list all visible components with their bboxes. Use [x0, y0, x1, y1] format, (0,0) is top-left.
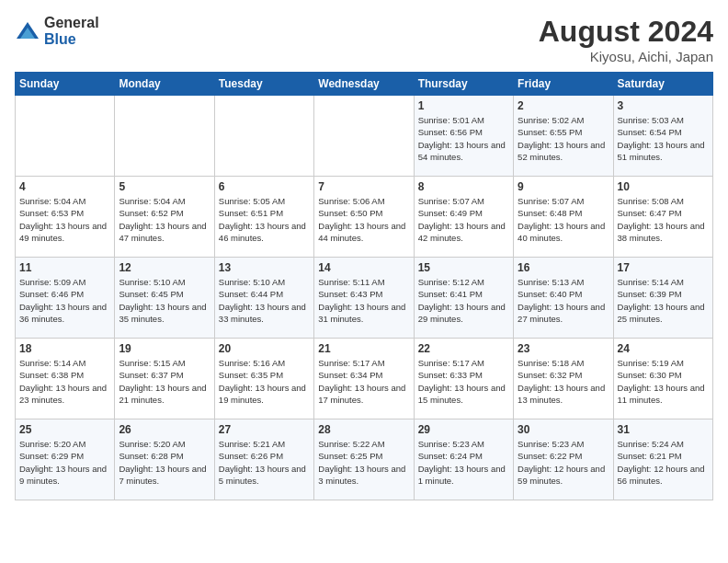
- day-info: Sunrise: 5:08 AM Sunset: 6:47 PM Dayligh…: [618, 195, 709, 244]
- day-info: Sunrise: 5:14 AM Sunset: 6:38 PM Dayligh…: [19, 357, 110, 406]
- calendar-cell: 9Sunrise: 5:07 AM Sunset: 6:48 PM Daylig…: [514, 177, 613, 258]
- title-block: August 2024 Kiyosu, Aichi, Japan: [539, 15, 713, 64]
- day-info: Sunrise: 5:17 AM Sunset: 6:34 PM Dayligh…: [318, 357, 409, 406]
- calendar-cell: 21Sunrise: 5:17 AM Sunset: 6:34 PM Dayli…: [314, 339, 414, 419]
- day-info: Sunrise: 5:11 AM Sunset: 6:43 PM Dayligh…: [318, 276, 409, 325]
- week-row-1: 1Sunrise: 5:01 AM Sunset: 6:56 PM Daylig…: [16, 96, 713, 177]
- day-info: Sunrise: 5:05 AM Sunset: 6:51 PM Dayligh…: [219, 195, 310, 244]
- day-info: Sunrise: 5:24 AM Sunset: 6:21 PM Dayligh…: [618, 438, 709, 487]
- week-row-3: 11Sunrise: 5:09 AM Sunset: 6:46 PM Dayli…: [16, 258, 713, 339]
- day-number: 5: [119, 180, 210, 193]
- calendar-cell: 2Sunrise: 5:02 AM Sunset: 6:55 PM Daylig…: [514, 96, 613, 177]
- day-info: Sunrise: 5:18 AM Sunset: 6:32 PM Dayligh…: [518, 357, 609, 406]
- calendar-cell: 27Sunrise: 5:21 AM Sunset: 6:26 PM Dayli…: [214, 419, 313, 500]
- day-info: Sunrise: 5:20 AM Sunset: 6:29 PM Dayligh…: [19, 438, 110, 487]
- calendar-cell: 26Sunrise: 5:20 AM Sunset: 6:28 PM Dayli…: [115, 419, 214, 500]
- calendar-cell: 31Sunrise: 5:24 AM Sunset: 6:21 PM Dayli…: [613, 419, 712, 500]
- day-info: Sunrise: 5:13 AM Sunset: 6:40 PM Dayligh…: [518, 276, 609, 325]
- day-number: 19: [119, 342, 210, 355]
- day-number: 20: [219, 342, 310, 355]
- day-info: Sunrise: 5:02 AM Sunset: 6:55 PM Dayligh…: [518, 114, 609, 163]
- week-row-2: 4Sunrise: 5:04 AM Sunset: 6:53 PM Daylig…: [16, 177, 713, 258]
- logo-blue-text: Blue: [44, 31, 99, 48]
- day-info: Sunrise: 5:09 AM Sunset: 6:46 PM Dayligh…: [19, 276, 110, 325]
- day-number: 4: [19, 180, 110, 193]
- calendar-cell: [115, 96, 214, 177]
- day-number: 31: [618, 423, 709, 436]
- calendar-cell: 25Sunrise: 5:20 AM Sunset: 6:29 PM Dayli…: [16, 419, 115, 500]
- day-number: 7: [318, 180, 409, 193]
- day-info: Sunrise: 5:01 AM Sunset: 6:56 PM Dayligh…: [418, 114, 509, 163]
- calendar-cell: 8Sunrise: 5:07 AM Sunset: 6:49 PM Daylig…: [414, 177, 513, 258]
- logo: General Blue: [15, 15, 99, 47]
- day-info: Sunrise: 5:16 AM Sunset: 6:35 PM Dayligh…: [219, 357, 310, 406]
- day-info: Sunrise: 5:21 AM Sunset: 6:26 PM Dayligh…: [219, 438, 310, 487]
- day-number: 25: [19, 423, 110, 436]
- day-number: 26: [119, 423, 210, 436]
- day-info: Sunrise: 5:20 AM Sunset: 6:28 PM Dayligh…: [119, 438, 210, 487]
- calendar-cell: 28Sunrise: 5:22 AM Sunset: 6:25 PM Dayli…: [314, 419, 414, 500]
- logo-text: General Blue: [44, 15, 99, 47]
- page-header: General Blue August 2024 Kiyosu, Aichi, …: [15, 15, 713, 64]
- calendar-cell: 30Sunrise: 5:23 AM Sunset: 6:22 PM Dayli…: [514, 419, 613, 500]
- calendar-cell: 13Sunrise: 5:10 AM Sunset: 6:44 PM Dayli…: [214, 258, 313, 339]
- calendar-cell: 29Sunrise: 5:23 AM Sunset: 6:24 PM Dayli…: [414, 419, 513, 500]
- calendar-cell: 18Sunrise: 5:14 AM Sunset: 6:38 PM Dayli…: [16, 339, 115, 419]
- day-number: 21: [318, 342, 409, 355]
- calendar-cell: 11Sunrise: 5:09 AM Sunset: 6:46 PM Dayli…: [16, 258, 115, 339]
- day-info: Sunrise: 5:04 AM Sunset: 6:52 PM Dayligh…: [119, 195, 210, 244]
- calendar-cell: 24Sunrise: 5:19 AM Sunset: 6:30 PM Dayli…: [613, 339, 712, 419]
- day-number: 11: [19, 261, 110, 274]
- day-number: 27: [219, 423, 310, 436]
- calendar-cell: 22Sunrise: 5:17 AM Sunset: 6:33 PM Dayli…: [414, 339, 513, 419]
- day-number: 24: [618, 342, 709, 355]
- weekday-header-saturday: Saturday: [613, 73, 712, 96]
- calendar-cell: 7Sunrise: 5:06 AM Sunset: 6:50 PM Daylig…: [314, 177, 414, 258]
- day-info: Sunrise: 5:23 AM Sunset: 6:22 PM Dayligh…: [518, 438, 609, 487]
- calendar-cell: 10Sunrise: 5:08 AM Sunset: 6:47 PM Dayli…: [613, 177, 712, 258]
- day-info: Sunrise: 5:22 AM Sunset: 6:25 PM Dayligh…: [318, 438, 409, 487]
- day-number: 22: [418, 342, 509, 355]
- calendar-cell: 17Sunrise: 5:14 AM Sunset: 6:39 PM Dayli…: [613, 258, 712, 339]
- day-info: Sunrise: 5:19 AM Sunset: 6:30 PM Dayligh…: [618, 357, 709, 406]
- month-title: August 2024: [539, 15, 713, 49]
- calendar-cell: 15Sunrise: 5:12 AM Sunset: 6:41 PM Dayli…: [414, 258, 513, 339]
- weekday-header-sunday: Sunday: [16, 73, 115, 96]
- day-number: 12: [119, 261, 210, 274]
- weekday-header-thursday: Thursday: [414, 73, 513, 96]
- week-row-4: 18Sunrise: 5:14 AM Sunset: 6:38 PM Dayli…: [16, 339, 713, 419]
- day-number: 6: [219, 180, 310, 193]
- calendar-cell: 1Sunrise: 5:01 AM Sunset: 6:56 PM Daylig…: [414, 96, 513, 177]
- weekday-header-friday: Friday: [514, 73, 613, 96]
- day-info: Sunrise: 5:17 AM Sunset: 6:33 PM Dayligh…: [418, 357, 509, 406]
- calendar-cell: 5Sunrise: 5:04 AM Sunset: 6:52 PM Daylig…: [115, 177, 214, 258]
- day-info: Sunrise: 5:03 AM Sunset: 6:54 PM Dayligh…: [618, 114, 709, 163]
- day-number: 8: [418, 180, 509, 193]
- calendar-cell: [16, 96, 115, 177]
- day-number: 28: [318, 423, 409, 436]
- day-info: Sunrise: 5:07 AM Sunset: 6:49 PM Dayligh…: [418, 195, 509, 244]
- day-info: Sunrise: 5:04 AM Sunset: 6:53 PM Dayligh…: [19, 195, 110, 244]
- day-info: Sunrise: 5:10 AM Sunset: 6:44 PM Dayligh…: [219, 276, 310, 325]
- day-number: 18: [19, 342, 110, 355]
- calendar-table: SundayMondayTuesdayWednesdayThursdayFrid…: [15, 72, 713, 500]
- calendar-cell: [314, 96, 414, 177]
- day-info: Sunrise: 5:06 AM Sunset: 6:50 PM Dayligh…: [318, 195, 409, 244]
- day-number: 29: [418, 423, 509, 436]
- logo-icon: [15, 18, 40, 44]
- weekday-header-monday: Monday: [115, 73, 214, 96]
- weekday-header-tuesday: Tuesday: [214, 73, 313, 96]
- day-info: Sunrise: 5:07 AM Sunset: 6:48 PM Dayligh…: [518, 195, 609, 244]
- calendar-cell: 19Sunrise: 5:15 AM Sunset: 6:37 PM Dayli…: [115, 339, 214, 419]
- weekday-header-wednesday: Wednesday: [314, 73, 414, 96]
- day-info: Sunrise: 5:23 AM Sunset: 6:24 PM Dayligh…: [418, 438, 509, 487]
- day-info: Sunrise: 5:12 AM Sunset: 6:41 PM Dayligh…: [418, 276, 509, 325]
- day-info: Sunrise: 5:10 AM Sunset: 6:45 PM Dayligh…: [119, 276, 210, 325]
- calendar-cell: 3Sunrise: 5:03 AM Sunset: 6:54 PM Daylig…: [613, 96, 712, 177]
- week-row-5: 25Sunrise: 5:20 AM Sunset: 6:29 PM Dayli…: [16, 419, 713, 500]
- day-number: 17: [618, 261, 709, 274]
- calendar-cell: 16Sunrise: 5:13 AM Sunset: 6:40 PM Dayli…: [514, 258, 613, 339]
- day-number: 23: [518, 342, 609, 355]
- calendar-cell: 23Sunrise: 5:18 AM Sunset: 6:32 PM Dayli…: [514, 339, 613, 419]
- day-number: 3: [618, 99, 709, 112]
